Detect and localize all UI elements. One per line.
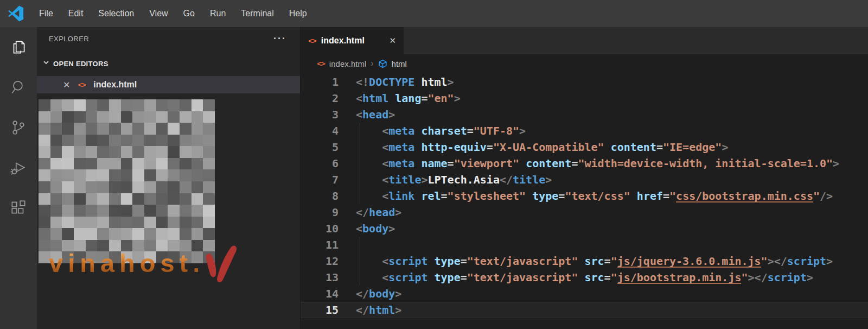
code-token: =: [467, 124, 474, 137]
code-line-content[interactable]: <meta name="viewport" content="width=dev…: [339, 155, 868, 172]
line-number[interactable]: 14: [301, 286, 339, 302]
code-line[interactable]: 10<body>: [301, 220, 868, 237]
code-token: =: [571, 157, 578, 170]
code-line[interactable]: 11: [301, 237, 868, 253]
line-number[interactable]: 3: [301, 106, 339, 123]
open-editors-header[interactable]: OPEN EDITORS: [37, 55, 300, 72]
menu-item-run[interactable]: Run: [202, 5, 233, 22]
code-line-content[interactable]: <html lang="en">: [339, 90, 868, 106]
mosaic-block: [168, 146, 180, 158]
mosaic-block: [109, 205, 121, 217]
code-token: [578, 255, 584, 268]
breadcrumb-symbol[interactable]: html: [392, 59, 407, 68]
line-number[interactable]: 5: [301, 139, 339, 155]
code-line[interactable]: 15</html>: [301, 302, 868, 318]
code-token: script: [388, 271, 427, 284]
mosaic-block: [192, 99, 203, 111]
code-line-content[interactable]: </head>: [339, 204, 868, 220]
mosaic-block: [109, 99, 121, 111]
mosaic-block: [50, 146, 62, 158]
line-number[interactable]: 9: [301, 204, 339, 220]
extensions-icon[interactable]: [0, 188, 37, 228]
mosaic-block: [144, 111, 156, 123]
menu-item-file[interactable]: File: [31, 5, 61, 22]
mosaic-block: [50, 158, 62, 170]
code-token: charset: [421, 124, 467, 137]
code-line[interactable]: 5 <meta http-equiv="X-UA-Compatible" con…: [301, 139, 868, 155]
line-number[interactable]: 4: [301, 123, 339, 139]
line-number[interactable]: 13: [301, 269, 339, 286]
code-line[interactable]: 13 <script type="text/javascript" src="j…: [301, 269, 868, 286]
code-line[interactable]: 14</body>: [301, 286, 868, 302]
code-line-content[interactable]: <meta http-equiv="X-UA-Compatible" conte…: [339, 139, 868, 155]
code-token: "en": [427, 92, 454, 105]
breadcrumb-file[interactable]: index.html: [329, 59, 366, 68]
code-line[interactable]: 12 <script type="text/javascript" src="j…: [301, 253, 868, 269]
source-control-icon[interactable]: [0, 107, 37, 148]
code-line-content[interactable]: <title>LPTech.Asia</title>: [339, 172, 868, 188]
mosaic-block: [74, 217, 86, 229]
menu-item-view[interactable]: View: [142, 5, 175, 22]
mosaic-block: [180, 181, 192, 193]
code-token: js/jquery-3.6.0.min.js: [617, 255, 761, 268]
menu-item-help[interactable]: Help: [282, 5, 315, 22]
mosaic-block: [132, 228, 144, 240]
mosaic-block: [144, 193, 156, 205]
mosaic-block: [50, 228, 62, 240]
mosaic-block: [86, 146, 98, 158]
code-line-content[interactable]: <!DOCTYPE html>: [339, 74, 868, 90]
tab-index-html[interactable]: <> index.html ✕: [301, 27, 404, 54]
line-number[interactable]: 15: [301, 302, 339, 318]
mosaic-block: [121, 217, 133, 229]
code-line[interactable]: 4 <meta charset="UTF-8">: [301, 123, 868, 139]
run-debug-icon[interactable]: [0, 148, 37, 188]
code-line[interactable]: 7 <title>LPTech.Asia</title>: [301, 172, 868, 188]
code-line-content[interactable]: <script type="text/javascript" src="js/j…: [339, 253, 868, 269]
menu-item-edit[interactable]: Edit: [61, 5, 91, 22]
code-line[interactable]: 2<html lang="en">: [301, 90, 868, 106]
code-line[interactable]: 9</head>: [301, 204, 868, 220]
code-token: <: [774, 255, 781, 268]
line-number[interactable]: 2: [301, 90, 339, 106]
open-editor-item-index-html[interactable]: ✕ <> index.html: [37, 76, 300, 93]
code-line-content[interactable]: </body>: [339, 286, 868, 302]
code-line[interactable]: 3<head>: [301, 106, 868, 123]
code-line[interactable]: 1<!DOCTYPE html>: [301, 74, 868, 90]
line-number[interactable]: 6: [301, 155, 339, 172]
code-token: <: [356, 287, 362, 300]
code-token: [414, 189, 421, 203]
code-line-content[interactable]: [339, 237, 868, 253]
line-number[interactable]: 1: [301, 74, 339, 90]
code-line-content[interactable]: <body>: [339, 220, 868, 237]
mosaic-block: [192, 123, 203, 135]
close-icon[interactable]: ✕: [389, 36, 396, 46]
code-token: lang: [395, 92, 421, 105]
code-line-content[interactable]: <script type="text/javascript" src="js/b…: [339, 269, 868, 286]
mosaic-block: [74, 228, 86, 240]
line-number[interactable]: 12: [301, 253, 339, 269]
menu-item-terminal[interactable]: Terminal: [233, 5, 281, 22]
more-actions-icon[interactable]: ···: [273, 33, 286, 45]
code-line-content[interactable]: </html>: [339, 302, 868, 318]
menu-item-go[interactable]: Go: [176, 5, 202, 22]
mosaic-block: [203, 158, 215, 170]
menu-item-selection[interactable]: Selection: [91, 5, 142, 22]
line-number[interactable]: 8: [301, 188, 339, 204]
code-token: /: [781, 255, 787, 268]
mosaic-block: [74, 169, 86, 181]
search-icon[interactable]: [0, 67, 37, 107]
line-number[interactable]: 10: [301, 220, 339, 237]
files-icon[interactable]: [0, 27, 37, 67]
mosaic-block: [62, 111, 74, 123]
code-line[interactable]: 8 <link rel="stylesheet" type="text/css"…: [301, 188, 868, 204]
code-line-content[interactable]: <meta charset="UTF-8">: [339, 123, 868, 139]
code-line-content[interactable]: <link rel="stylesheet" type="text/css" h…: [339, 188, 868, 204]
line-number[interactable]: 7: [301, 172, 339, 188]
line-number[interactable]: 11: [301, 237, 339, 253]
mosaic-block: [39, 123, 50, 135]
code-line-content[interactable]: <head>: [339, 106, 868, 123]
code-line[interactable]: 6 <meta name="viewport" content="width=d…: [301, 155, 868, 172]
close-icon[interactable]: ✕: [63, 80, 70, 90]
code-token: type: [532, 189, 558, 203]
code-token: /: [362, 287, 369, 300]
